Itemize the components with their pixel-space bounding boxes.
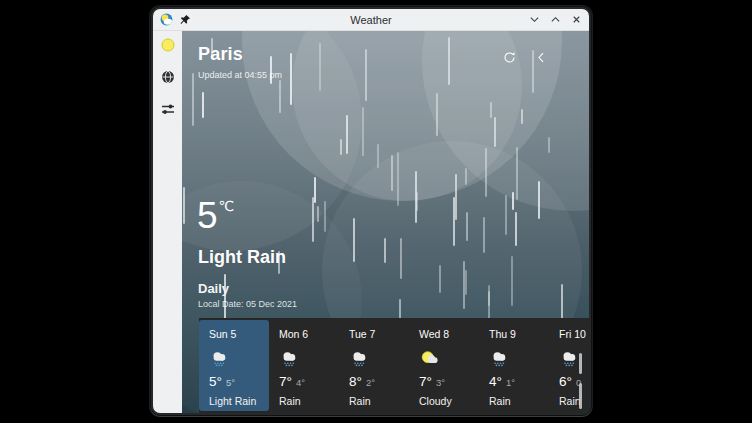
kweather-logo-icon bbox=[160, 13, 173, 26]
forecast-section-label: Daily bbox=[198, 281, 229, 296]
raindrop bbox=[416, 192, 418, 211]
raindrop bbox=[465, 168, 467, 185]
low-temp: 3° bbox=[436, 377, 445, 388]
maximize-button[interactable] bbox=[549, 14, 561, 26]
raindrop bbox=[192, 73, 194, 126]
pin-icon[interactable] bbox=[179, 14, 191, 26]
sidebar bbox=[153, 31, 182, 413]
forecast-day-card[interactable]: Mon 6 7° 4° Rain bbox=[269, 320, 339, 411]
scrollbar-thumb[interactable] bbox=[579, 353, 582, 374]
close-button[interactable] bbox=[570, 14, 582, 26]
raindrop bbox=[384, 238, 386, 263]
raindrop bbox=[183, 187, 185, 224]
low-temp: 2° bbox=[366, 377, 375, 388]
current-condition: Light Rain bbox=[198, 247, 286, 268]
raindrop bbox=[340, 139, 342, 155]
forecast-temps: 5° 5° bbox=[209, 374, 269, 389]
raindrop bbox=[548, 137, 550, 153]
raindrop bbox=[483, 217, 485, 253]
condition-label: Rain bbox=[559, 395, 589, 407]
condition-label: Rain bbox=[279, 395, 339, 407]
raindrop bbox=[365, 49, 367, 101]
raindrop bbox=[391, 155, 393, 191]
raindrop bbox=[353, 218, 355, 262]
low-temp: 4° bbox=[296, 377, 305, 388]
raindrop bbox=[455, 174, 457, 220]
rain-icon bbox=[279, 348, 301, 370]
forecast-temps: 4° 1° bbox=[489, 374, 549, 389]
forecast-day-card[interactable]: Fri 10 6° 0 Rain bbox=[549, 320, 589, 411]
back-button[interactable] bbox=[532, 48, 550, 66]
raindrop bbox=[466, 212, 468, 241]
scrollbar-thumb[interactable] bbox=[579, 383, 582, 409]
forecast-temps: 8° 2° bbox=[349, 374, 409, 389]
local-date: Local Date: 05 Dec 2021 bbox=[198, 299, 297, 309]
refresh-icon bbox=[502, 50, 517, 65]
high-temp: 7° bbox=[279, 374, 292, 389]
updated-timestamp: Updated at 04:55 pm bbox=[198, 70, 282, 80]
titlebar[interactable]: Weather bbox=[153, 9, 589, 31]
low-temp: 5° bbox=[226, 377, 235, 388]
raindrop bbox=[362, 107, 364, 156]
forecast-day-card[interactable]: Sun 5 5° 5° Light Rain bbox=[199, 320, 269, 411]
rain-icon bbox=[349, 348, 371, 370]
condition-label: Rain bbox=[349, 395, 409, 407]
raindrop bbox=[397, 152, 399, 206]
sidebar-item-settings[interactable] bbox=[160, 101, 176, 117]
weather-window: Weather bbox=[150, 6, 592, 416]
raindrop bbox=[439, 265, 441, 293]
raindrop bbox=[488, 285, 490, 306]
condition-label: Light Rain bbox=[209, 395, 269, 407]
condition-label: Rain bbox=[489, 395, 549, 407]
forecast-day-label: Sun 5 bbox=[209, 328, 269, 340]
sliders-icon bbox=[161, 102, 175, 116]
desktop: Weather bbox=[0, 0, 752, 423]
forecast-day-label: Thu 9 bbox=[489, 328, 549, 340]
raindrop bbox=[511, 256, 513, 306]
high-temp: 8° bbox=[349, 374, 362, 389]
city-name: Paris bbox=[198, 44, 243, 65]
rain-icon bbox=[489, 348, 511, 370]
raindrop bbox=[436, 93, 438, 136]
weather-view: Paris Updated at 04:55 pm 5℃ bbox=[182, 31, 589, 413]
raindrop bbox=[516, 147, 518, 200]
temperature-unit: ℃ bbox=[219, 198, 235, 214]
rain-icon bbox=[209, 348, 231, 370]
current-temperature: 5℃ bbox=[197, 197, 233, 234]
forecast-day-card[interactable]: Thu 9 4° 1° Rain bbox=[479, 320, 549, 411]
forecast-day-label: Wed 8 bbox=[419, 328, 479, 340]
forecast-temps: 7° 4° bbox=[279, 374, 339, 389]
raindrop bbox=[465, 270, 467, 295]
condition-label: Cloudy bbox=[419, 395, 479, 407]
high-temp: 5° bbox=[209, 374, 222, 389]
minimize-button[interactable] bbox=[528, 14, 540, 26]
raindrop bbox=[279, 80, 281, 113]
daily-forecast-strip[interactable]: Sun 5 5° 5° Light Rain Mon 6 bbox=[199, 318, 589, 413]
raindrop bbox=[317, 206, 319, 222]
raindrop bbox=[538, 181, 540, 219]
forecast-day-card[interactable]: Wed 8 7° 3° Cloudy bbox=[409, 320, 479, 411]
raindrop bbox=[521, 109, 523, 124]
forecast-temps: 7° 3° bbox=[419, 374, 479, 389]
sidebar-item-locations[interactable] bbox=[160, 69, 176, 85]
forecast-day-card[interactable]: Tue 7 8° 2° Rain bbox=[339, 320, 409, 411]
raindrop bbox=[515, 212, 517, 246]
refresh-button[interactable] bbox=[500, 48, 518, 66]
raindrop bbox=[485, 148, 487, 197]
raindrop bbox=[490, 102, 492, 118]
globe-icon bbox=[161, 70, 175, 84]
raindrop bbox=[202, 92, 204, 118]
raindrop bbox=[505, 195, 507, 235]
raindrop bbox=[377, 144, 379, 168]
window-title: Weather bbox=[213, 14, 529, 26]
forecast-day-label: Tue 7 bbox=[349, 328, 409, 340]
raindrop bbox=[512, 192, 514, 210]
high-temp: 4° bbox=[489, 374, 502, 389]
sun-icon bbox=[161, 38, 175, 52]
raindrop bbox=[314, 177, 316, 203]
forecast-day-label: Fri 10 bbox=[559, 328, 589, 340]
raindrop bbox=[400, 238, 402, 279]
sidebar-item-current-weather[interactable] bbox=[160, 37, 176, 53]
raindrop bbox=[494, 117, 496, 147]
raindrop bbox=[453, 197, 455, 246]
